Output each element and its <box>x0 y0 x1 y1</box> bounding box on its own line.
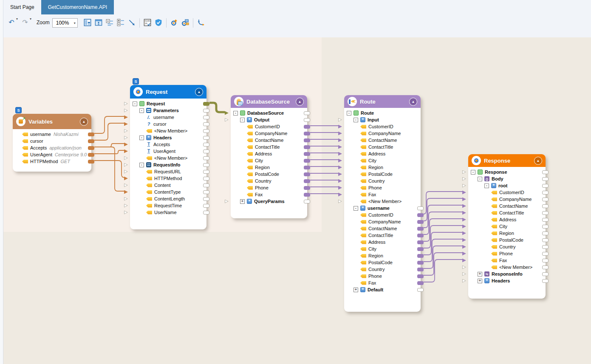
row-country[interactable]: Country <box>231 178 307 184</box>
row-contenttype[interactable]: ContentType <box>130 189 206 195</box>
output-port[interactable] <box>542 245 549 249</box>
input-port[interactable] <box>338 186 342 190</box>
row-postalcode[interactable]: PostalCode <box>344 171 421 178</box>
output-port[interactable] <box>88 139 94 143</box>
output-port[interactable] <box>417 220 424 224</box>
row-new-member[interactable]: <New Member> <box>130 127 206 134</box>
row-parameters[interactable]: -Parameters <box>130 107 206 114</box>
auto-layout-button[interactable] <box>195 17 206 28</box>
row-headers[interactable]: -*Headers <box>130 134 206 141</box>
output-port[interactable] <box>203 170 209 174</box>
input-port[interactable] <box>338 172 342 176</box>
output-port[interactable] <box>304 138 310 142</box>
row-phone[interactable]: Phone <box>344 273 421 279</box>
output-port[interactable] <box>203 129 209 133</box>
output-port[interactable] <box>542 218 549 222</box>
output-port[interactable] <box>542 184 549 188</box>
input-port[interactable] <box>462 265 466 269</box>
output-port[interactable] <box>304 166 310 169</box>
row-httpmethod[interactable]: HTTPMethod <box>130 175 206 182</box>
row-fax[interactable]: Fax <box>344 191 421 198</box>
node-header-variables[interactable]: ↗Variables▲ <box>13 114 91 129</box>
row-country[interactable]: Country <box>344 266 421 273</box>
input-port[interactable] <box>462 225 466 229</box>
output-port[interactable] <box>203 177 209 181</box>
row-new-member[interactable]: <New Member> <box>344 198 421 205</box>
row-region[interactable]: Region <box>344 252 421 259</box>
output-port[interactable] <box>203 150 209 153</box>
row-new-member[interactable]: <New Member> <box>130 155 206 161</box>
row-region[interactable]: Region <box>344 164 421 171</box>
output-port[interactable] <box>304 152 310 156</box>
row-city[interactable]: City <box>468 223 546 230</box>
output-port[interactable] <box>542 225 549 229</box>
dataflow-canvas[interactable]: ↗Variables▲usernameNishaKazmicursorAccep… <box>0 0 591 364</box>
tab-start-page[interactable]: Start Page <box>3 0 41 14</box>
row-databasesource[interactable]: -DatabaseSource <box>231 110 307 116</box>
row-address[interactable]: Address <box>344 239 421 245</box>
collapse-toggle[interactable]: - <box>133 102 137 106</box>
input-port[interactable] <box>462 238 466 242</box>
node-request[interactable]: ⚙Request▲-Request-Parameters/.username?c… <box>130 85 206 229</box>
row-cursor[interactable]: cursor <box>13 138 91 144</box>
node-header-request[interactable]: ⚙Request▲ <box>130 85 206 99</box>
row-contacttitle[interactable]: ContactTitle <box>344 144 421 150</box>
row-requesturl[interactable]: RequestURL <box>130 168 206 175</box>
run-dataflow-button[interactable] <box>169 17 180 28</box>
row-input[interactable]: -*Input <box>344 116 421 123</box>
output-port[interactable] <box>542 204 549 208</box>
collapse-nodes-button[interactable] <box>104 17 115 28</box>
row-contacttitle[interactable]: ContactTitle <box>344 232 421 239</box>
output-port[interactable] <box>417 247 424 251</box>
row-contactname[interactable]: ContactName <box>231 137 307 144</box>
output-port[interactable] <box>203 204 209 208</box>
expand-toggle[interactable]: + <box>478 279 482 283</box>
input-port[interactable] <box>462 177 466 181</box>
output-port[interactable] <box>203 109 209 113</box>
input-port[interactable] <box>462 279 466 283</box>
output-port[interactable] <box>203 122 209 126</box>
output-port[interactable] <box>203 183 209 187</box>
output-port[interactable] <box>542 231 549 235</box>
input-port[interactable] <box>338 166 342 169</box>
verify-dataflow-button[interactable] <box>153 17 164 28</box>
row-content[interactable]: Content <box>130 182 206 189</box>
output-port[interactable] <box>304 179 310 183</box>
row-customerid[interactable]: CustomerID <box>231 123 307 130</box>
row-postalcode[interactable]: PostalCode <box>344 259 421 266</box>
collapse-button[interactable]: ▲ <box>195 88 203 96</box>
row-customerid[interactable]: CustomerID <box>468 189 546 196</box>
output-port[interactable] <box>417 227 424 231</box>
redo-dropdown[interactable]: ▾ <box>30 17 31 21</box>
row-new-member[interactable]: <New Member> <box>468 264 546 271</box>
row-companyname[interactable]: CompanyName <box>468 196 546 203</box>
collapse-toggle[interactable]: - <box>139 135 144 140</box>
output-port[interactable] <box>203 116 209 119</box>
output-port[interactable] <box>542 177 549 181</box>
zoom-select[interactable]: 100%▾ <box>52 18 78 28</box>
output-port[interactable] <box>542 252 549 256</box>
collapse-toggle[interactable]: - <box>233 111 238 116</box>
output-port[interactable] <box>542 191 549 195</box>
row-requesttime[interactable]: RequestTime <box>130 202 206 209</box>
row-address[interactable]: Address <box>231 150 307 157</box>
input-port[interactable] <box>462 170 466 174</box>
row-response[interactable]: -Response <box>468 169 546 175</box>
draw-link-button[interactable] <box>126 17 137 28</box>
output-port[interactable] <box>203 163 209 167</box>
row-phone[interactable]: Phone <box>344 184 421 191</box>
row-address[interactable]: Address <box>468 216 546 223</box>
row-responseinfo[interactable]: +⇆ResponseInfo <box>468 271 546 277</box>
row-accepts[interactable]: TAccepts <box>130 141 206 148</box>
node-dbsource[interactable]: DatabaseSource▲-DatabaseSource-*OutputCu… <box>231 95 307 218</box>
row-companyname[interactable]: CompanyName <box>231 130 307 137</box>
row-region[interactable]: Region <box>231 164 307 171</box>
node-header-dbsource[interactable]: DatabaseSource▲ <box>231 95 307 108</box>
row-request[interactable]: -Request <box>130 100 206 107</box>
input-port[interactable] <box>338 118 342 122</box>
output-port[interactable] <box>417 268 424 271</box>
output-port[interactable] <box>542 279 549 283</box>
row-username[interactable]: UserName <box>130 209 206 216</box>
output-port[interactable] <box>304 118 310 122</box>
collapse-toggle[interactable]: - <box>139 108 144 113</box>
